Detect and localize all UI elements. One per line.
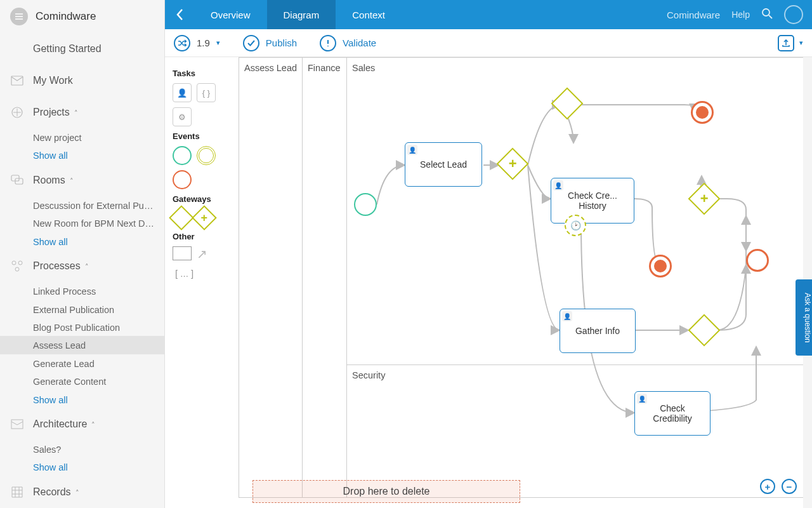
user-task-icon: 👤: [553, 180, 563, 190]
shuffle-icon: [174, 35, 190, 51]
user-task-icon: 👤: [637, 394, 647, 404]
palette-other-header: Other: [173, 232, 231, 241]
zoom-in-button[interactable]: +: [760, 479, 775, 494]
chevron-up-icon: ˄: [89, 421, 95, 429]
sidebar-item-processes[interactable]: Processes ˄: [0, 250, 164, 282]
sidebar-sub-arch-0[interactable]: Sales?: [0, 440, 164, 458]
avatar[interactable]: [784, 5, 803, 24]
toolbar: 1.9 ▾ Publish Validate ▾: [165, 29, 812, 57]
palette-annotation[interactable]: [173, 246, 192, 260]
palette-end-event[interactable]: [173, 170, 192, 189]
sidebar-item-rooms[interactable]: Rooms ˄: [0, 164, 164, 196]
check-icon: [243, 35, 259, 51]
pool: Assess Lead Finance Sales Security: [239, 57, 806, 498]
tab-context[interactable]: Context: [336, 0, 402, 29]
caret-down-icon[interactable]: ▾: [799, 39, 803, 47]
palette-gateways-header: Gateways: [173, 194, 231, 204]
palette-events-header: Events: [173, 131, 231, 141]
palette: Tasks 👤 { } ⚙ Events Gateways + Other: [165, 57, 239, 508]
caret-down-icon: ▾: [216, 39, 220, 47]
brand-text: Comindware: [36, 10, 96, 23]
help-button[interactable]: Help: [731, 10, 750, 20]
inbox-icon: [10, 74, 24, 88]
workspace: Tasks 👤 { } ⚙ Events Gateways + Other: [165, 57, 812, 508]
chevron-up-icon: ˄: [72, 109, 78, 117]
sidebar: Comindware Getting Started My Work Proje…: [0, 0, 165, 508]
sidebar-sub-proc-3[interactable]: Assess Lead: [0, 336, 164, 354]
svg-point-8: [763, 9, 769, 16]
back-button[interactable]: [165, 0, 194, 29]
task-check-credit[interactable]: 👤 Check Cre... History: [551, 178, 634, 224]
sidebar-sub-room-1[interactable]: Descussion for External Publ...: [0, 196, 164, 214]
processes-icon: [10, 259, 24, 273]
sidebar-sub-proc-0[interactable]: Linked Process: [0, 282, 164, 300]
end-event-3[interactable]: [746, 249, 769, 272]
end-event-1[interactable]: [693, 103, 712, 122]
sidebar-rooms-show-all[interactable]: Show all: [0, 232, 164, 250]
sidebar-projects-show-all[interactable]: Show all: [0, 146, 164, 164]
menu-icon[interactable]: [10, 8, 28, 25]
sidebar-sub-proc-2[interactable]: Blog Post Publication: [0, 318, 164, 336]
svg-point-4: [12, 261, 16, 265]
task-check-credibility[interactable]: 👤 Check Credibility: [634, 391, 710, 436]
brand: Comindware: [0, 0, 164, 33]
tab-overview[interactable]: Overview: [194, 0, 267, 29]
task-gather-info[interactable]: 👤 Gather Info: [560, 309, 636, 353]
sidebar-item-records[interactable]: Records ˄: [0, 476, 164, 508]
start-event[interactable]: [354, 193, 377, 216]
user-task-icon: 👤: [407, 145, 417, 155]
zoom-controls: + −: [760, 479, 797, 494]
palette-exclusive-gateway[interactable]: [169, 205, 194, 231]
svg-rect-7: [11, 420, 23, 429]
main: Overview Diagram Context Comindware Help…: [165, 0, 812, 508]
lane-sales: Sales: [352, 63, 375, 73]
sidebar-architecture-show-all[interactable]: Show all: [0, 458, 164, 476]
palette-parallel-gateway[interactable]: +: [192, 205, 217, 231]
end-event-2[interactable]: [651, 257, 670, 276]
palette-start-event[interactable]: [173, 146, 192, 165]
sidebar-sub-new-project[interactable]: New project: [0, 128, 164, 146]
svg-point-5: [18, 261, 22, 265]
arch-icon: [10, 417, 24, 431]
version-selector[interactable]: 1.9 ▾: [174, 35, 220, 51]
search-icon[interactable]: [761, 8, 773, 22]
grid-icon: [10, 485, 24, 499]
tab-diagram[interactable]: Diagram: [267, 0, 336, 29]
ask-question-tab[interactable]: Ask a question: [796, 279, 812, 356]
chat-icon: [10, 173, 24, 187]
alert-icon: [320, 35, 336, 51]
delete-dropzone[interactable]: Drop here to delete: [252, 480, 520, 503]
publish-button[interactable]: Publish: [243, 35, 297, 51]
palette-flow[interactable]: ↗: [197, 246, 207, 262]
sidebar-sub-proc-5[interactable]: Generate Content: [0, 372, 164, 390]
user-task-icon: 👤: [562, 311, 572, 321]
lane-finance: Finance: [308, 63, 341, 73]
sidebar-sub-room-2[interactable]: New Room for BPM Next De...: [0, 214, 164, 232]
validate-button[interactable]: Validate: [320, 35, 376, 51]
sidebar-item-architecture[interactable]: Architecture ˄: [0, 408, 164, 440]
topbar-logo: Comindware: [667, 10, 720, 20]
diagram-canvas[interactable]: Assess Lead Finance Sales Security: [239, 57, 812, 508]
pool-title: Assess Lead: [244, 63, 297, 73]
chevron-up-icon: ˄: [74, 489, 79, 497]
palette-user-task[interactable]: 👤: [173, 83, 192, 102]
sidebar-item-my-work[interactable]: My Work: [0, 65, 164, 97]
sidebar-sub-proc-4[interactable]: Generate Lead: [0, 354, 164, 372]
topbar: Overview Diagram Context Comindware Help: [165, 0, 812, 29]
projects-icon: [10, 105, 24, 119]
export-button[interactable]: [778, 35, 794, 51]
sidebar-processes-show-all[interactable]: Show all: [0, 391, 164, 408]
palette-script-task[interactable]: { }: [197, 83, 216, 102]
sidebar-item-projects[interactable]: Projects ˄: [0, 97, 164, 128]
chevron-up-icon: ˄: [68, 177, 74, 185]
chevron-up-icon: ˄: [83, 263, 89, 271]
timer-event[interactable]: 🕑: [565, 215, 586, 236]
sidebar-item-getting-started[interactable]: Getting Started: [0, 33, 164, 65]
sidebar-sub-proc-1[interactable]: External Publication: [0, 300, 164, 318]
zoom-out-button[interactable]: −: [782, 479, 797, 494]
palette-intermediate-event[interactable]: [197, 146, 216, 165]
task-select-lead[interactable]: 👤 Select Lead: [405, 142, 482, 187]
palette-service-task[interactable]: ⚙: [173, 107, 192, 126]
palette-group[interactable]: [ ... ]: [173, 267, 196, 280]
svg-point-6: [15, 267, 19, 271]
